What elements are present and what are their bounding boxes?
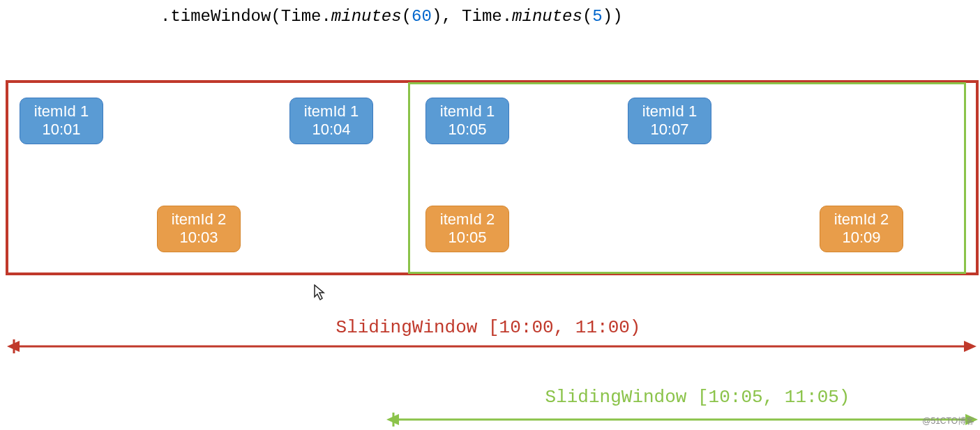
- code-suffix: )): [603, 7, 623, 26]
- event-item2-1003: itemId 210:03: [157, 206, 241, 252]
- code-line: .timeWindow(Time.minutes(60), Time.minut…: [160, 7, 623, 26]
- event-item1-1007: itemId 110:07: [628, 98, 711, 144]
- code-mid: ), Time.: [432, 7, 512, 26]
- event-item1-1001: itemId 110:01: [20, 98, 103, 144]
- svg-marker-2: [964, 341, 977, 352]
- code-minutes-1: minutes: [331, 7, 402, 26]
- code-paren-1: (: [402, 7, 412, 26]
- code-arg-1: 60: [412, 7, 432, 26]
- window-red-label: SlidingWindow [10:00, 11:00): [0, 317, 977, 338]
- window-green-label: SlidingWindow [10:05, 11:05): [419, 387, 977, 408]
- code-arg-2: 5: [592, 7, 602, 26]
- watermark: @51CTO博客: [922, 415, 974, 427]
- event-item2-1009: itemId 210:09: [820, 206, 903, 252]
- event-item2-1005: itemId 210:05: [425, 206, 509, 252]
- window-green-arrow: [386, 411, 978, 429]
- cursor-icon: [314, 284, 326, 305]
- event-item1-1005: itemId 110:05: [425, 98, 509, 144]
- code-paren-2: (: [582, 7, 592, 26]
- event-item1-1004: itemId 110:04: [289, 98, 373, 144]
- code-minutes-2: minutes: [512, 7, 582, 26]
- window-red-arrow: [7, 338, 977, 355]
- code-text-prefix: .timeWindow(Time.: [160, 7, 331, 26]
